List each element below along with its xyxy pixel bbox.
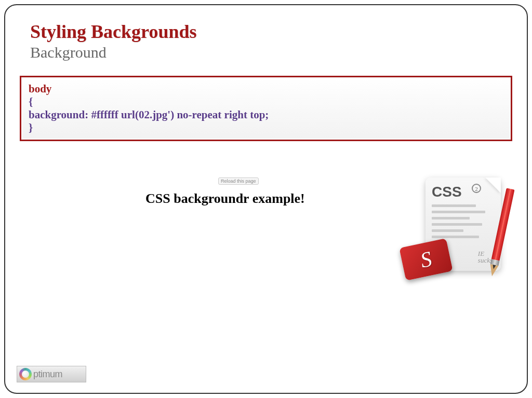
logo-ring-icon — [19, 368, 32, 380]
example-heading: CSS backgroundr example! — [145, 191, 305, 207]
css-version-badge: 2 — [472, 184, 481, 193]
red-card-icon: S — [399, 238, 453, 281]
code-property: background: #ffffff url(02.jpg') no-repe… — [29, 108, 503, 121]
optimum-logo: ptimum — [17, 366, 86, 382]
code-open-brace: { — [29, 95, 503, 108]
code-example-box: body { background: #ffffff url(02.jpg') … — [20, 76, 512, 141]
code-selector: body — [29, 83, 503, 95]
slide-title: Styling Backgrounds — [30, 21, 527, 43]
document-lines-icon — [432, 204, 495, 238]
code-close-brace: } — [29, 121, 503, 134]
slide-subtitle: Background — [30, 44, 527, 61]
logo-text: ptimum — [33, 369, 62, 380]
page-fold-corner — [485, 177, 501, 193]
css-icon-illustration: CSS 2 IE sucks S — [402, 172, 501, 281]
slide-frame: Styling Backgrounds Background body { ba… — [4, 4, 528, 394]
example-preview-area: Reload this page CSS backgroundr example… — [5, 177, 527, 292]
reload-button: Reload this page — [218, 177, 259, 185]
card-letter: S — [418, 246, 434, 272]
